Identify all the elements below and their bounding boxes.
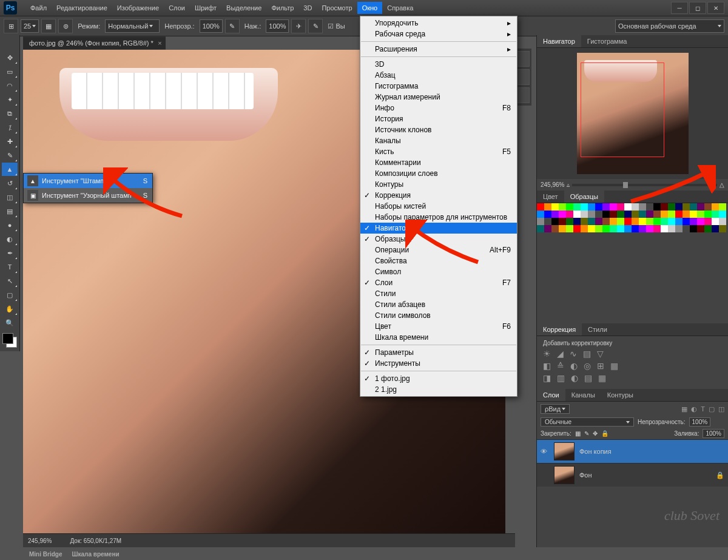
- swatch[interactable]: [704, 203, 712, 211]
- swatch[interactable]: [661, 203, 668, 211]
- menu-layers[interactable]: Слои: [164, 2, 190, 14]
- swatch[interactable]: [682, 211, 690, 218]
- filter-type-icon[interactable]: T: [701, 405, 705, 413]
- crop-tool[interactable]: ⧉: [2, 107, 18, 120]
- swatch[interactable]: [566, 203, 573, 211]
- marquee-tool[interactable]: ▭: [2, 65, 18, 78]
- status-doc-size[interactable]: Док: 650,0K/1,27M: [70, 538, 121, 544]
- swatch[interactable]: [646, 211, 653, 218]
- navigator-view-box[interactable]: [581, 62, 664, 157]
- menu-select[interactable]: Выделение: [221, 2, 266, 14]
- close-button[interactable]: ✕: [707, 2, 724, 14]
- swatch[interactable]: [588, 203, 595, 211]
- swatch[interactable]: [697, 225, 704, 232]
- swatch[interactable]: [632, 211, 639, 218]
- dd-шкала-времени[interactable]: Шкала времени: [360, 332, 517, 343]
- dd-file-2[interactable]: 2 1.jpg: [360, 384, 517, 395]
- swatch[interactable]: [573, 218, 581, 225]
- swatch[interactable]: [668, 211, 675, 218]
- tool-preset-icon[interactable]: ⊞: [4, 19, 18, 33]
- invert-icon[interactable]: ◨: [543, 373, 551, 383]
- brush-tool[interactable]: ✎: [2, 149, 18, 162]
- menu-view[interactable]: Просмотр: [317, 2, 357, 14]
- eraser-tool[interactable]: ◫: [2, 191, 18, 204]
- swatch[interactable]: [551, 225, 559, 232]
- dd-контуры[interactable]: Контуры: [360, 179, 517, 190]
- swatch[interactable]: [610, 211, 617, 218]
- swatch[interactable]: [675, 218, 682, 225]
- swatch[interactable]: [632, 225, 639, 232]
- zoom-tool[interactable]: 🔍: [2, 316, 18, 329]
- dd-образцы[interactable]: ✓Образцы: [360, 234, 517, 245]
- layer-opacity-value[interactable]: 100%: [689, 417, 711, 427]
- swatch[interactable]: [595, 218, 602, 225]
- airbrush-icon[interactable]: ✈: [291, 19, 306, 33]
- posterize-icon[interactable]: ▥: [557, 373, 565, 383]
- swatch[interactable]: [551, 218, 559, 225]
- brightness-icon[interactable]: ☀: [543, 349, 551, 359]
- swatch[interactable]: [610, 203, 617, 211]
- swatch[interactable]: [690, 225, 697, 232]
- dd-каналы[interactable]: Каналы: [360, 135, 517, 146]
- dd-источник-клонов[interactable]: Источник клонов: [360, 124, 517, 135]
- channels-tab[interactable]: Каналы: [565, 389, 601, 401]
- workspace-selector[interactable]: Основная рабочая среда: [615, 19, 724, 33]
- swatch[interactable]: [595, 203, 602, 211]
- swatch[interactable]: [712, 225, 719, 232]
- swatch[interactable]: [537, 211, 544, 218]
- swatch[interactable]: [624, 225, 632, 232]
- dd-стили-символов[interactable]: Стили символов: [360, 310, 517, 321]
- brush-panel-icon[interactable]: ▦: [41, 19, 56, 33]
- swatch[interactable]: [719, 225, 726, 232]
- dd-наборы-параметров-для-инструментов[interactable]: Наборы параметров для инструментов: [360, 212, 517, 223]
- swatch[interactable]: [559, 218, 566, 225]
- zoom-out-icon[interactable]: ▵: [567, 181, 570, 188]
- wand-tool[interactable]: ✦: [2, 93, 18, 106]
- lock-position-icon[interactable]: ✎: [584, 430, 589, 437]
- blur-tool[interactable]: ●: [2, 218, 18, 232]
- swatch[interactable]: [617, 225, 624, 232]
- dd-arrange[interactable]: Упорядочить▸: [360, 18, 517, 29]
- dd-workspace-sub[interactable]: Рабочая среда▸: [360, 29, 517, 39]
- swatch[interactable]: [537, 203, 544, 211]
- menu-edit[interactable]: Редактирование: [52, 2, 112, 14]
- threshold-icon[interactable]: ◐: [571, 373, 578, 383]
- swatch[interactable]: [682, 225, 690, 232]
- selective-color-icon[interactable]: ▦: [598, 373, 606, 383]
- lookup-icon[interactable]: ▦: [610, 361, 618, 371]
- visibility-icon[interactable]: 👁: [541, 448, 549, 455]
- pressure-opacity-icon[interactable]: ✎: [225, 19, 240, 33]
- lock-pixels-icon[interactable]: ▦: [575, 430, 581, 437]
- swatch[interactable]: [581, 225, 588, 232]
- dd-стили-абзацев[interactable]: Стили абзацев: [360, 299, 517, 310]
- swatch[interactable]: [624, 211, 632, 218]
- swatch[interactable]: [624, 218, 632, 225]
- swatch[interactable]: [566, 218, 573, 225]
- swatch[interactable]: [661, 225, 668, 232]
- swatch[interactable]: [559, 203, 566, 211]
- flyout-clone-stamp[interactable]: ▲ Инструмент "Штамп"S: [24, 174, 152, 188]
- opacity-input[interactable]: 100%: [200, 19, 223, 33]
- swatch[interactable]: [704, 225, 712, 232]
- swatch[interactable]: [610, 225, 617, 232]
- swatch[interactable]: [661, 211, 668, 218]
- dd-file-1[interactable]: ✓1 фото.jpg: [360, 373, 517, 384]
- dd-журнал-измерений[interactable]: Журнал измерений: [360, 92, 517, 103]
- filter-smart-icon[interactable]: ◫: [718, 405, 724, 413]
- swatch[interactable]: [617, 211, 624, 218]
- swatches-tab[interactable]: Образцы: [564, 191, 604, 203]
- status-zoom[interactable]: 245,96%: [28, 538, 52, 544]
- swatch[interactable]: [712, 218, 719, 225]
- dd-наборы-кистей[interactable]: Наборы кистей: [360, 201, 517, 212]
- lasso-tool[interactable]: ◠: [2, 79, 18, 92]
- photo-filter-icon[interactable]: ◎: [584, 361, 591, 371]
- dd-слои[interactable]: ✓СлоиF7: [360, 277, 517, 288]
- swatch[interactable]: [639, 218, 646, 225]
- swatch[interactable]: [566, 225, 573, 232]
- swatch[interactable]: [632, 203, 639, 211]
- menu-3d[interactable]: 3D: [298, 2, 317, 14]
- swatch[interactable]: [719, 218, 726, 225]
- swatch[interactable]: [544, 203, 551, 211]
- dd-комментарии[interactable]: Комментарии: [360, 157, 517, 168]
- mini-bridge-tab[interactable]: Mini Bridge: [29, 551, 62, 558]
